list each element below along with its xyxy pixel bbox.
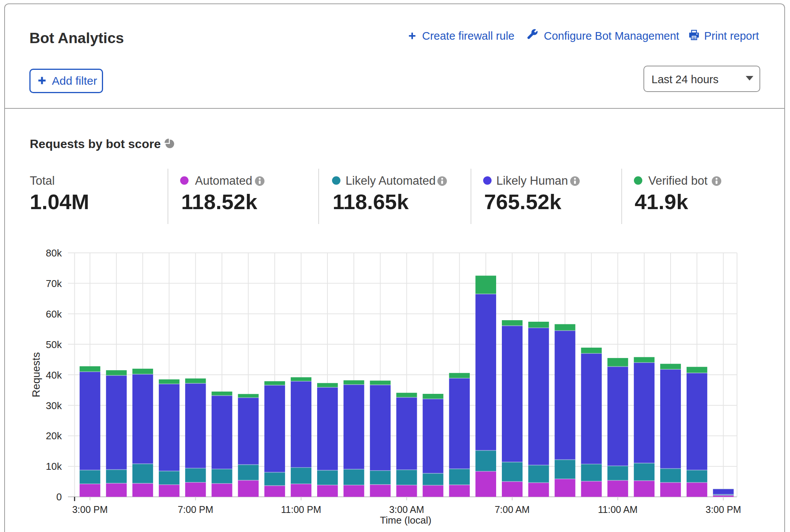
svg-text:50k: 50k: [46, 339, 62, 350]
svg-text:0: 0: [56, 491, 62, 503]
svg-text:60k: 60k: [46, 308, 62, 320]
svg-text:3:00 AM: 3:00 AM: [389, 504, 424, 515]
svg-text:20k: 20k: [46, 430, 62, 442]
svg-text:Requests: Requests: [30, 352, 42, 397]
svg-text:3:00 PM: 3:00 PM: [706, 504, 741, 515]
svg-text:7:00 PM: 7:00 PM: [178, 504, 213, 515]
svg-text:7:00 AM: 7:00 AM: [495, 504, 530, 515]
svg-text:70k: 70k: [46, 278, 62, 289]
svg-text:40k: 40k: [46, 369, 62, 381]
svg-text:10k: 10k: [46, 461, 62, 472]
svg-text:80k: 80k: [46, 247, 62, 259]
svg-text:11:00 AM: 11:00 AM: [598, 504, 638, 515]
svg-text:11:00 PM: 11:00 PM: [281, 504, 321, 515]
svg-text:3:00 PM: 3:00 PM: [72, 504, 108, 515]
svg-text:30k: 30k: [46, 400, 62, 411]
svg-text:Time (local): Time (local): [380, 514, 432, 526]
